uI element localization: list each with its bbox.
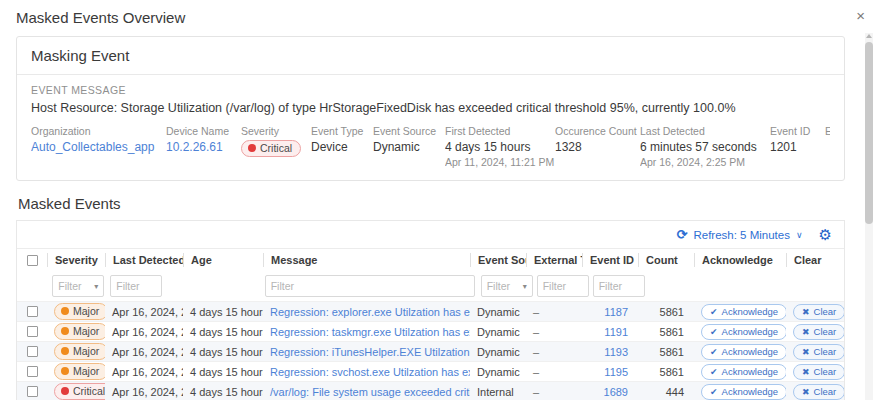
clear-button[interactable]: ✖ Clear (793, 324, 844, 340)
cell-external-ticket: – (526, 386, 582, 398)
col-header-event-source[interactable]: Event Source (470, 253, 526, 267)
cell-last-detected: Apr 16, 2024, 2: (105, 306, 183, 318)
row-checkbox[interactable] (27, 326, 38, 337)
external-ticket-filter-input[interactable] (537, 275, 589, 297)
filter-caret-icon: ▾ (523, 282, 527, 291)
x-icon: ✖ (802, 367, 810, 377)
col-header-event-id[interactable]: Event ID (582, 253, 638, 267)
scrollbar-thumb[interactable] (865, 42, 873, 224)
event-id-link[interactable]: 1187 (604, 306, 628, 318)
masking-event-card: Masking Event EVENT MESSAGE Host Resourc… (16, 36, 845, 181)
message-filter-input[interactable] (265, 275, 475, 297)
masking-event-title: Masking Event (31, 47, 830, 74)
cell-age: 4 days 15 hours (183, 346, 263, 358)
x-icon: ✖ (802, 307, 810, 317)
field-label: Event Source (373, 125, 445, 137)
refresh-label: Refresh: 5 Minutes (693, 229, 790, 241)
cell-event-source: Internal (470, 386, 526, 398)
modal-header: Masked Events Overview × (0, 0, 881, 32)
masked-events-overview-modal: Masked Events Overview × Masking Event E… (0, 0, 881, 400)
message-link[interactable]: Regression: iTunesHelper.EXE Utilzation … (263, 346, 470, 358)
message-link[interactable]: Regression: svchost.exe Utilzation has e… (263, 366, 470, 378)
severity-dot-icon (61, 327, 69, 335)
cell-external-ticket: – (526, 306, 582, 318)
gear-icon[interactable]: ⚙ (819, 227, 832, 242)
event-id-link[interactable]: 1191 (604, 326, 628, 338)
field-device-name: Device Name 10.2.26.61 (166, 125, 241, 154)
field-value: Dynamic (373, 140, 445, 154)
event-id-link[interactable]: 1193 (604, 346, 628, 358)
clear-button[interactable]: ✖ Clear (793, 384, 844, 400)
col-header-acknowledge[interactable]: Acknowledge (694, 253, 786, 267)
divider (17, 74, 844, 75)
field-event-type: Event Type Device (311, 125, 373, 154)
check-icon: ✔ (710, 327, 718, 337)
col-header-clear[interactable]: Clear (786, 253, 844, 267)
acknowledge-button[interactable]: ✔ Acknowledge (701, 384, 786, 400)
scrollbar-up-arrow-icon[interactable] (866, 34, 872, 38)
field-event-id: Event ID 1201 (770, 125, 825, 154)
field-label: External Ticket ID (825, 125, 830, 137)
acknowledge-button[interactable]: ✔ Acknowledge (701, 364, 786, 380)
field-value: Device (311, 140, 373, 154)
field-value: 1328 (555, 140, 640, 154)
row-checkbox[interactable] (27, 366, 38, 377)
row-checkbox[interactable] (27, 386, 38, 397)
severity-filter-dropdown[interactable]: Filter ▾ (52, 275, 104, 297)
table-header-row: Severity Last Detected Age Message Event… (17, 249, 844, 271)
severity-dot-icon (61, 367, 69, 375)
message-link[interactable]: Regression: taskmgr.exe Utilzation has e… (263, 326, 470, 338)
masked-events-title: Masked Events (18, 195, 881, 212)
table-row: Major Apr 16, 2024, 2: 4 days 15 hours R… (17, 361, 844, 381)
masked-events-table: Severity Last Detected Age Message Event… (17, 249, 844, 400)
event-id-link[interactable]: 1689 (604, 386, 628, 398)
cell-external-ticket: – (526, 346, 582, 358)
acknowledge-button[interactable]: ✔ Acknowledge (701, 324, 786, 340)
field-event-source: Event Source Dynamic (373, 125, 445, 154)
organization-link[interactable]: Auto_Collectables_app (31, 140, 154, 154)
masking-event-fields: Organization Auto_Collectables_app Devic… (31, 125, 830, 168)
cell-age: 4 days 15 hours (183, 386, 263, 398)
clear-button[interactable]: ✖ Clear (793, 344, 844, 360)
event-message-text: Host Resource: Storage Utilization (/var… (31, 101, 830, 115)
field-label: Last Detected (640, 125, 770, 137)
event-source-filter-dropdown[interactable]: Filter ▾ (481, 275, 533, 297)
severity-dot-icon (61, 347, 69, 355)
refresh-icon: ⟳ (677, 227, 688, 242)
col-header-last-detected[interactable]: Last Detected (105, 253, 183, 267)
last-detected-filter-input[interactable] (110, 275, 162, 297)
close-icon[interactable]: × (856, 8, 865, 23)
field-value: 1201 (770, 140, 825, 154)
col-header-severity[interactable]: Severity (47, 253, 105, 267)
message-link[interactable]: Regression: explorer.exe Utilzation has … (263, 306, 470, 318)
cell-event-source: Dynamic (470, 366, 526, 378)
event-id-link[interactable]: 1195 (604, 366, 628, 378)
field-external-ticket-id: External Ticket ID (825, 125, 830, 140)
field-label: First Detected (445, 125, 555, 137)
clear-button[interactable]: ✖ Clear (793, 304, 844, 320)
cell-last-detected: Apr 16, 2024, 2: (105, 386, 183, 398)
filter-caret-icon: ▾ (94, 282, 98, 291)
device-name-link[interactable]: 10.2.26.61 (166, 140, 223, 154)
table-row: Critical Apr 16, 2024, 2: 4 days 15 hour… (17, 381, 844, 400)
masked-events-panel: ⟳ Refresh: 5 Minutes ∨ ⚙ Severity Last D… (16, 220, 845, 400)
vertical-scrollbar[interactable] (865, 33, 873, 400)
col-header-message[interactable]: Message (263, 253, 470, 267)
event-id-filter-input[interactable] (593, 275, 645, 297)
refresh-control[interactable]: ⟳ Refresh: 5 Minutes ∨ (677, 227, 803, 242)
acknowledge-button[interactable]: ✔ Acknowledge (701, 304, 786, 320)
row-checkbox[interactable] (27, 306, 38, 317)
col-header-count[interactable]: Count (638, 253, 694, 267)
cell-count: 5861 (638, 346, 694, 358)
acknowledge-button[interactable]: ✔ Acknowledge (701, 344, 786, 360)
cell-count: 5861 (638, 366, 694, 378)
message-link[interactable]: /var/log: File system usage exceeded cri… (263, 386, 470, 398)
col-header-external-ticket[interactable]: External Tic... (526, 253, 582, 267)
severity-pill: Major (54, 363, 105, 380)
row-checkbox[interactable] (27, 346, 38, 357)
select-all-checkbox[interactable] (27, 255, 38, 266)
col-header-age[interactable]: Age (183, 253, 263, 267)
event-message-label: EVENT MESSAGE (31, 84, 830, 96)
clear-button[interactable]: ✖ Clear (793, 364, 844, 380)
severity-dot-icon (61, 307, 69, 315)
